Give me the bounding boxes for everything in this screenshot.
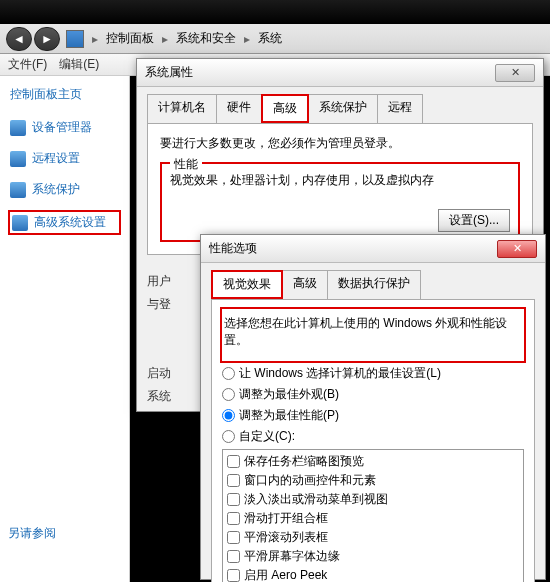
radio-best-appearance[interactable]: 调整为最佳外观(B) xyxy=(222,386,524,403)
protection-icon xyxy=(10,182,26,198)
list-item[interactable]: 滑动打开组合框 xyxy=(225,509,521,528)
sidebar-item-remote[interactable]: 远程设置 xyxy=(8,148,121,169)
tab-computer-name[interactable]: 计算机名 xyxy=(147,94,217,123)
sidebar-item-protection[interactable]: 系统保护 xyxy=(8,179,121,200)
visual-effects-list[interactable]: 保存任务栏缩略图预览窗口内的动画控件和元素淡入淡出或滑动菜单到视图滑动打开组合框… xyxy=(222,449,524,582)
close-button[interactable]: ✕ xyxy=(495,64,535,82)
close-button[interactable]: ✕ xyxy=(497,240,537,258)
performance-desc: 视觉效果，处理器计划，内存使用，以及虚拟内存 xyxy=(170,172,510,189)
sidebar-item-device-manager[interactable]: 设备管理器 xyxy=(8,117,121,138)
list-item[interactable]: 淡入淡出或滑动菜单到视图 xyxy=(225,490,521,509)
control-panel-icon xyxy=(66,30,84,48)
system-properties-tabs: 计算机名 硬件 高级 系统保护 远程 xyxy=(147,94,533,124)
sidebar-heading: 控制面板主页 xyxy=(8,86,121,103)
visual-effects-pane: 选择您想在此计算机上使用的 Windows 外观和性能设置。 让 Windows… xyxy=(211,299,535,582)
admin-note: 要进行大多数更改，您必须作为管理员登录。 xyxy=(160,135,520,152)
radio-custom[interactable]: 自定义(C): xyxy=(222,428,524,445)
performance-group-title: 性能 xyxy=(170,156,202,173)
forward-button[interactable]: ► xyxy=(34,27,60,51)
breadcrumb[interactable]: ▸控制面板 ▸系统和安全 ▸系统 xyxy=(88,28,286,50)
list-item[interactable]: 启用 Aero Peek xyxy=(225,566,521,582)
list-item[interactable]: 窗口内的动画控件和元素 xyxy=(225,471,521,490)
radio-best-performance[interactable]: 调整为最佳性能(P) xyxy=(222,407,524,424)
visual-effects-desc: 选择您想在此计算机上使用的 Windows 外观和性能设置。 xyxy=(224,315,522,349)
address-bar: ◄ ► ▸控制面板 ▸系统和安全 ▸系统 xyxy=(0,24,550,54)
list-item[interactable]: 平滑滚动列表框 xyxy=(225,528,521,547)
tab-remote[interactable]: 远程 xyxy=(377,94,423,123)
menu-file[interactable]: 文件(F) xyxy=(8,56,47,73)
menu-edit[interactable]: 编辑(E) xyxy=(59,56,99,73)
list-item[interactable]: 保存任务栏缩略图预览 xyxy=(225,452,521,471)
device-icon xyxy=(10,120,26,136)
perf-options-tabs: 视觉效果 高级 数据执行保护 xyxy=(211,270,535,300)
performance-group: 性能 视觉效果，处理器计划，内存使用，以及虚拟内存 设置(S)... xyxy=(160,162,520,242)
dialog-title: 性能选项 xyxy=(209,240,257,257)
advanced-icon xyxy=(12,215,28,231)
tab-system-protection[interactable]: 系统保护 xyxy=(308,94,378,123)
radio-let-windows[interactable]: 让 Windows 选择计算机的最佳设置(L) xyxy=(222,365,524,382)
dialog-title: 系统属性 xyxy=(145,64,193,81)
sidebar-item-advanced[interactable]: 高级系统设置 xyxy=(8,210,121,235)
taskbar xyxy=(0,0,550,24)
tab-advanced[interactable]: 高级 xyxy=(282,270,328,299)
tab-advanced[interactable]: 高级 xyxy=(261,94,309,123)
tab-dep[interactable]: 数据执行保护 xyxy=(327,270,421,299)
dialog-titlebar: 系统属性 ✕ xyxy=(137,59,543,87)
back-button[interactable]: ◄ xyxy=(6,27,32,51)
performance-settings-button[interactable]: 设置(S)... xyxy=(438,209,510,232)
tab-visual-effects[interactable]: 视觉效果 xyxy=(211,270,283,299)
remote-icon xyxy=(10,151,26,167)
sidebar-see-also[interactable]: 另请参阅 xyxy=(8,525,56,542)
performance-options-dialog: 性能选项 ✕ 视觉效果 高级 数据执行保护 选择您想在此计算机上使用的 Wind… xyxy=(200,234,546,580)
dialog-titlebar: 性能选项 ✕ xyxy=(201,235,545,263)
sidebar: 控制面板主页 设备管理器 远程设置 系统保护 高级系统设置 另请参阅 xyxy=(0,76,130,582)
list-item[interactable]: 平滑屏幕字体边缘 xyxy=(225,547,521,566)
tab-hardware[interactable]: 硬件 xyxy=(216,94,262,123)
